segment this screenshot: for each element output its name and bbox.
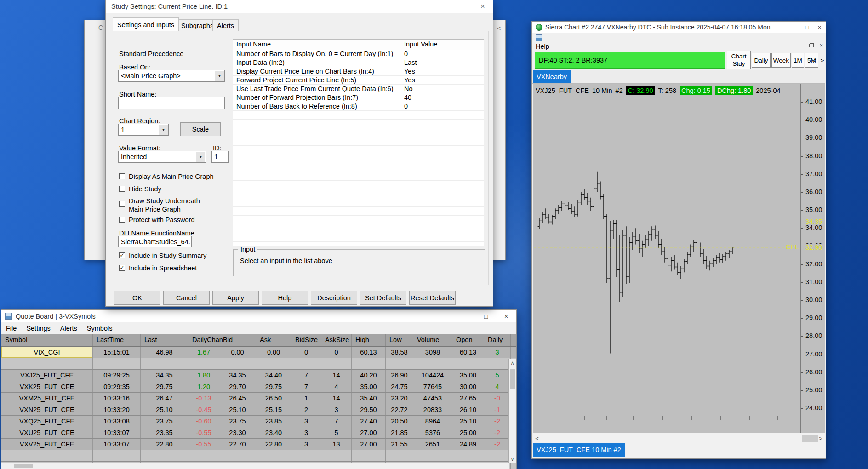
value-cell[interactable]: 3 <box>291 427 321 438</box>
value-cell[interactable]: 23.85 <box>256 416 291 427</box>
quote-row[interactable]: VIX_CGI15:15:0146.981.670.000.000060.133… <box>1 347 516 358</box>
symbol-cell[interactable]: VXJ25_FUT_CFE <box>1 370 93 381</box>
value-cell[interactable] <box>413 450 452 461</box>
quote-row[interactable]: VXV25_FUT_CFE10:33:0722.80-0.5522.7022.8… <box>1 439 516 450</box>
column-header-open[interactable]: Open <box>452 334 484 346</box>
protect-password-checkbox[interactable] <box>119 217 125 223</box>
value-cell[interactable]: 5 <box>321 427 352 438</box>
close-icon[interactable]: × <box>813 22 826 33</box>
value-cell[interactable]: 34.40 <box>256 370 291 381</box>
input-row[interactable]: Number of Forward Projection Bars (In:7)… <box>233 93 484 102</box>
value-cell[interactable]: -0.45 <box>188 404 219 415</box>
scrollbar-thumb[interactable] <box>802 435 818 442</box>
quote-row[interactable]: VXQ25_FUT_CFE10:33:0823.75-0.6023.7523.8… <box>1 416 516 427</box>
value-cell[interactable]: 10:33:08 <box>93 416 141 427</box>
value-cell[interactable]: 10:33:07 <box>93 439 141 450</box>
quote-row[interactable]: VXU25_FUT_CFE10:33:0723.35-0.5523.3023.4… <box>1 427 516 439</box>
value-cell[interactable]: 26.90 <box>386 370 413 381</box>
chart-region-select[interactable]: 1 ▼ <box>118 124 169 136</box>
value-cell[interactable] <box>256 358 291 369</box>
value-cell[interactable]: 60.13 <box>352 347 386 358</box>
tab-alerts[interactable]: Alerts <box>212 19 239 31</box>
value-cell[interactable]: 0.00 <box>256 347 291 358</box>
value-cell[interactable]: -2 <box>484 439 511 450</box>
symbol-cell[interactable]: VXV25_FUT_CFE <box>1 439 93 450</box>
value-cell[interactable]: 5 <box>484 370 511 381</box>
value-cell[interactable]: 25.10 <box>141 404 188 415</box>
scroll-down-icon[interactable]: ∨ <box>509 455 516 463</box>
menu-item-help[interactable]: Help <box>536 43 549 50</box>
chart-study-button[interactable]: Chart Stdy <box>727 51 751 69</box>
value-cell[interactable]: 35.40 <box>352 393 386 404</box>
close-icon[interactable]: × <box>473 0 493 13</box>
value-cell[interactable]: 23.40 <box>256 427 291 438</box>
value-cell[interactable]: 13 <box>321 439 352 450</box>
value-cell[interactable] <box>386 358 413 369</box>
column-header-symbol[interactable]: Symbol <box>1 334 93 346</box>
value-cell[interactable]: 47453 <box>413 393 452 404</box>
quote-row[interactable]: VXN25_FUT_CFE10:33:2025.10-0.4525.1025.1… <box>1 404 516 416</box>
input-name-column-header[interactable]: Input Name <box>236 40 271 48</box>
scroll-up-icon[interactable]: ∧ <box>509 359 516 367</box>
value-cell[interactable]: 14 <box>321 393 352 404</box>
value-cell[interactable]: 22.70 <box>219 439 256 450</box>
value-cell[interactable] <box>219 358 256 369</box>
chart-region[interactable]: VXJ25_FUT_CFE 10 Min #2 C: 32.90 T: 258 … <box>533 84 825 433</box>
include-summary-checkbox[interactable]: ✓ <box>119 252 125 258</box>
maximize-icon[interactable]: □ <box>476 310 496 322</box>
one-month-button[interactable]: 1M <box>792 53 804 68</box>
draw-underneath-checkbox[interactable] <box>119 201 125 207</box>
value-cell[interactable] <box>188 450 219 461</box>
value-cell[interactable]: 27.40 <box>352 416 386 427</box>
hide-study-checkbox[interactable] <box>119 186 125 192</box>
value-cell[interactable]: 25.00 <box>452 427 484 438</box>
value-cell[interactable] <box>321 358 352 369</box>
scroll-left-icon[interactable]: < <box>533 433 541 443</box>
value-cell[interactable]: 23.75 <box>141 416 188 427</box>
value-cell[interactable]: 77645 <box>413 381 452 392</box>
value-cell[interactable]: 7 <box>291 370 321 381</box>
value-cell[interactable]: 2 <box>291 404 321 415</box>
value-cell[interactable]: 26.50 <box>256 393 291 404</box>
mdi-close-icon[interactable]: × <box>819 42 823 49</box>
symbol-cell[interactable]: VIX_CGI <box>1 347 93 358</box>
value-cell[interactable] <box>484 450 511 461</box>
description-button[interactable]: Description <box>311 291 357 305</box>
value-cell[interactable] <box>291 450 321 461</box>
value-cell[interactable]: 1.20 <box>188 381 219 392</box>
value-cell[interactable]: 27.00 <box>352 427 386 438</box>
input-row[interactable]: Use Last Trade Price From Current Quote … <box>233 85 484 93</box>
value-cell[interactable]: 46.98 <box>141 347 188 358</box>
value-cell[interactable] <box>291 358 321 369</box>
value-cell[interactable]: 3 <box>291 416 321 427</box>
value-cell[interactable]: 35.00 <box>352 381 386 392</box>
value-cell[interactable]: 3 <box>291 439 321 450</box>
value-cell[interactable]: 25.15 <box>256 404 291 415</box>
value-cell[interactable]: -0.55 <box>188 427 219 438</box>
apply-button[interactable]: Apply <box>212 291 259 305</box>
value-cell[interactable]: 20833 <box>413 404 452 415</box>
chart-plot-area[interactable] <box>534 84 800 420</box>
column-header-bidsize[interactable]: BidSize <box>291 334 321 346</box>
value-cell[interactable]: 29.50 <box>352 404 386 415</box>
reset-defaults-button[interactable]: Reset Defaults <box>409 291 456 305</box>
value-cell[interactable] <box>188 358 219 369</box>
value-cell[interactable]: -1 <box>484 404 511 415</box>
symbol-cell[interactable] <box>1 358 93 369</box>
value-cell[interactable] <box>321 450 352 461</box>
value-cell[interactable]: 7 <box>291 381 321 392</box>
horizontal-scrollbar[interactable] <box>1 463 509 469</box>
column-header-dailychan[interactable]: DailyChan <box>188 334 219 346</box>
cancel-button[interactable]: Cancel <box>163 291 210 305</box>
chart-horizontal-scrollbar[interactable]: < > <box>532 433 825 443</box>
value-format-select[interactable]: Inherited ▼ <box>118 151 206 163</box>
value-cell[interactable]: 15:15:01 <box>93 347 141 358</box>
column-header-last[interactable]: Last <box>141 334 188 346</box>
scale-button[interactable]: Scale <box>180 122 221 136</box>
value-cell[interactable]: 3 <box>321 404 352 415</box>
value-cell[interactable]: 29.75 <box>141 381 188 392</box>
value-cell[interactable]: 7 <box>321 416 352 427</box>
week-button[interactable]: Week <box>771 53 791 68</box>
mdi-restore-icon[interactable] <box>809 43 814 47</box>
value-cell[interactable]: 27.00 <box>352 439 386 450</box>
